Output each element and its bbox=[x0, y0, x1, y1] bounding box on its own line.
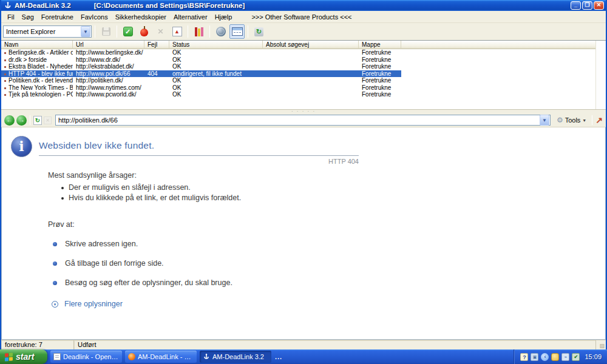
browser-select-value: Internet Explorer bbox=[4, 28, 80, 35]
table-rows: Berlingske.dk - Artikler o...http://www.… bbox=[1, 49, 606, 98]
preview-pane: i Websiden blev ikke fundet. HTTP 404 Me… bbox=[1, 127, 606, 340]
question-mark-icon[interactable]: ? bbox=[520, 353, 528, 361]
writer-document-icon bbox=[53, 353, 61, 360]
table-cell bbox=[263, 77, 359, 84]
resize-grip-icon[interactable]: ▨ bbox=[596, 340, 606, 349]
forward-button[interactable]: → bbox=[16, 115, 27, 126]
close-button[interactable]: ✕ bbox=[594, 1, 604, 10]
try-item-label: Gå tilbage til den forrige side. bbox=[65, 259, 164, 268]
table-cell: Foretrukne bbox=[359, 49, 401, 56]
table-row[interactable]: dr.dk > forsidehttp://www.dr.dk/OKForetr… bbox=[1, 56, 606, 64]
bookmark-bullet-icon bbox=[4, 87, 6, 89]
hand-icon[interactable] bbox=[551, 353, 559, 361]
network-activity-icon[interactable]: ⌁ bbox=[561, 353, 569, 361]
tools-button[interactable]: ⚙ Tools ▼ bbox=[554, 115, 589, 125]
apple-button[interactable] bbox=[137, 24, 152, 39]
menu-item-sikkerhedskopier[interactable]: Sikkerhedskopier bbox=[112, 12, 170, 22]
column-header[interactable]: Navn bbox=[1, 41, 73, 49]
start-button[interactable]: start bbox=[0, 349, 47, 364]
table-row[interactable]: HTTP 404 - blev ikke fun...http://www.po… bbox=[1, 70, 606, 78]
url-dropdown-icon[interactable]: ▼ bbox=[540, 115, 549, 126]
browser-select[interactable]: Internet Explorer ▼ bbox=[3, 25, 92, 38]
browse-button[interactable] bbox=[213, 24, 228, 39]
chevron-down-icon[interactable]: ▼ bbox=[81, 26, 90, 37]
status-count: foretrukne: 7 bbox=[1, 340, 74, 349]
check-bookmarks-button[interactable]: ✓ bbox=[120, 24, 135, 39]
table-row[interactable]: The New York Times - Br...http://www.nyt… bbox=[1, 84, 606, 92]
windows-flag-icon bbox=[5, 352, 13, 361]
pane-splitter[interactable]: · · · · · bbox=[1, 109, 606, 113]
minimize-button[interactable]: _ bbox=[571, 1, 581, 10]
tools-label: Tools bbox=[565, 116, 581, 124]
column-header[interactable]: Url bbox=[73, 41, 144, 49]
table-cell: Foretrukne bbox=[359, 84, 401, 92]
bookmark-bullet-icon bbox=[4, 73, 6, 75]
table-cell: OK bbox=[169, 56, 263, 64]
table-scrollbar[interactable] bbox=[595, 41, 606, 109]
collapse-chevron-icon[interactable]: ‹ bbox=[541, 353, 549, 361]
back-button[interactable]: ← bbox=[4, 115, 15, 126]
task-button[interactable]: AM-DeadLink 3.2 bbox=[200, 351, 271, 363]
splitter-grip-icon: · · · · · bbox=[291, 110, 316, 113]
open-external-button[interactable]: ↗ bbox=[595, 116, 603, 124]
restore-button[interactable]: ❐ bbox=[582, 1, 592, 10]
table-cell: The New York Times - Br... bbox=[1, 84, 73, 92]
computer-security-icon[interactable]: ✔ bbox=[572, 353, 580, 361]
task-label: AM-DeadLink 3.2 bbox=[212, 353, 264, 360]
task-buttons-container: Deadlink - OpenOffic...AM-DeadLink - Dow… bbox=[47, 351, 271, 363]
delete-button: ✕ bbox=[153, 24, 168, 39]
url-value[interactable]: http://politiken.dk/66 bbox=[56, 116, 539, 124]
bullet-icon bbox=[53, 261, 57, 266]
window-title: AM-DeadLink 3.2 bbox=[15, 2, 71, 9]
table-row[interactable]: Berlingske.dk - Artikler o...http://www.… bbox=[1, 49, 606, 56]
table-cell: OK bbox=[169, 49, 263, 56]
menu-item-søg[interactable]: Søg bbox=[18, 12, 38, 22]
table-cell: Berlingske.dk - Artikler o... bbox=[1, 49, 73, 56]
table-cell: OK bbox=[169, 84, 263, 92]
recycle-button[interactable]: ↻ bbox=[251, 24, 266, 39]
table-cell bbox=[263, 91, 359, 98]
table-cell bbox=[263, 84, 359, 92]
more-info-link[interactable]: ▼ Flere oplysninger bbox=[48, 300, 368, 308]
table-cell: Ekstra Bladet - Nyheder,... bbox=[1, 63, 73, 70]
table-cell: http://www.dr.dk/ bbox=[73, 56, 144, 64]
preview-pane-toggle[interactable] bbox=[229, 24, 245, 39]
table-cell: OK bbox=[169, 77, 263, 84]
url-input[interactable]: http://politiken.dk/66 ▼ bbox=[55, 115, 551, 126]
status-bar: foretrukne: 7 Udført ▨ bbox=[1, 340, 606, 349]
display-icon[interactable]: ▣ bbox=[531, 353, 538, 361]
other-products-link[interactable]: >>> Other Software Products <<< bbox=[251, 13, 351, 21]
table-cell bbox=[263, 49, 359, 56]
refresh-button[interactable]: ↻ bbox=[33, 116, 42, 125]
export-button[interactable]: ▲ bbox=[169, 24, 185, 39]
cause-item: Hvis du klikkede på et link, er det muli… bbox=[60, 193, 368, 203]
favicons-button[interactable] bbox=[191, 24, 206, 39]
menu-item-fil[interactable]: Fil bbox=[4, 12, 18, 22]
menu-item-favicons[interactable]: FavIcons bbox=[77, 12, 112, 22]
column-header[interactable]: Status bbox=[169, 41, 263, 49]
menu-item-foretrukne[interactable]: Foretrukne bbox=[38, 12, 77, 22]
column-header[interactable]: Mappe bbox=[359, 41, 401, 49]
causes-list: Der er muligvis en slåfejl i adressen.Hv… bbox=[60, 183, 368, 203]
bullet-icon bbox=[53, 242, 57, 246]
menu-item-hjælp[interactable]: Hjælp bbox=[211, 12, 236, 22]
am-deadlink-window: AM-DeadLink 3.2 [C:\Documents and Settin… bbox=[0, 0, 607, 349]
table-header: NavnUrlFejlStatusAbsolut søgevejMappe bbox=[1, 41, 606, 49]
task-button[interactable]: AM-DeadLink - Downl... bbox=[125, 351, 197, 363]
taskbar-overflow[interactable]: ... bbox=[275, 353, 282, 360]
table-row[interactable]: Tjek på teknologien - PC...http://www.pc… bbox=[1, 91, 606, 98]
table-row[interactable]: Ekstra Bladet - Nyheder,...http://ekstra… bbox=[1, 63, 606, 70]
table-cell: http://www.berlingske.dk/ bbox=[73, 49, 144, 56]
table-cell bbox=[144, 77, 169, 84]
column-header[interactable]: Fejl bbox=[144, 41, 169, 49]
error-heading: Websiden blev ikke fundet. bbox=[39, 136, 359, 151]
menu-bar: FilSøgForetrukneFavIconsSikkerhedskopier… bbox=[1, 11, 606, 23]
table-cell: http://www.pol.dk/66 bbox=[73, 70, 144, 78]
task-button[interactable]: Deadlink - OpenOffic... bbox=[50, 351, 122, 363]
favicons-books-icon bbox=[195, 27, 203, 36]
table-row[interactable]: Politiken.dk - det levend...http://polit… bbox=[1, 77, 606, 84]
table-cell bbox=[263, 56, 359, 64]
tools-caret-icon: ▼ bbox=[582, 118, 586, 123]
menu-item-alternativer[interactable]: Alternativer bbox=[170, 12, 211, 22]
column-header[interactable]: Absolut søgevej bbox=[263, 41, 359, 49]
